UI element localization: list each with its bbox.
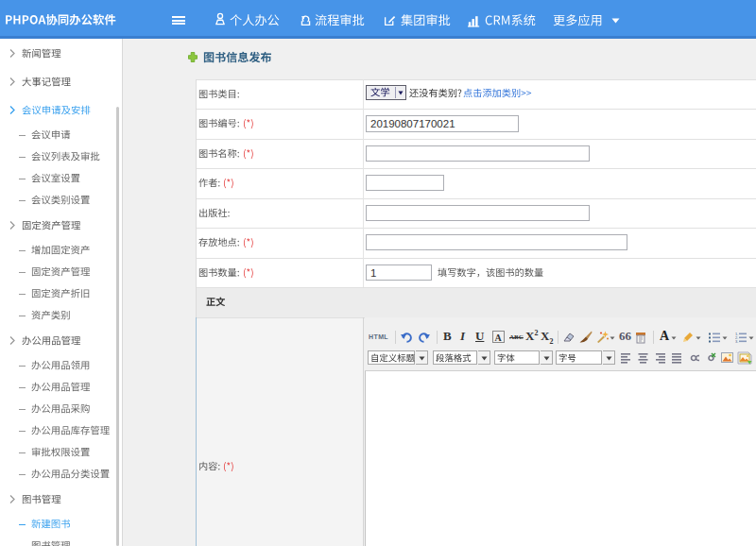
svg-text:3.: 3.: [735, 339, 738, 344]
